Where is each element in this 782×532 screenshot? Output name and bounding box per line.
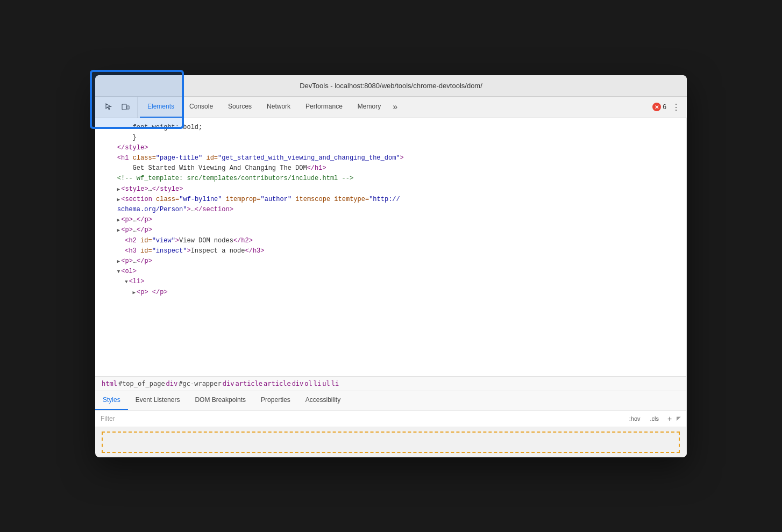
tab-console[interactable]: Console (182, 97, 221, 118)
dom-line: schema.org/Person">…</section> (95, 205, 686, 215)
breadcrumb-item-article1[interactable]: article (235, 380, 262, 387)
dom-line[interactable]: <style>…</style> (95, 184, 686, 195)
dom-line[interactable]: <p>…</p> (95, 256, 686, 267)
devtools-window: DevTools - localhost:8080/web/tools/chro… (95, 75, 687, 457)
breadcrumb-item-top-of-page[interactable]: #top_of_page (118, 380, 165, 387)
dom-line[interactable]: <li> (95, 277, 686, 287)
triangle-down-icon[interactable] (117, 268, 120, 276)
triangle-right-icon[interactable] (117, 227, 120, 234)
dom-line: } (95, 133, 686, 143)
tab-memory[interactable]: Memory (350, 97, 388, 118)
tab-sources[interactable]: Sources (221, 97, 259, 118)
add-style-rule-btn[interactable]: + (665, 414, 674, 423)
main-content: font-weight: bold; } </style> <h1 class=… (95, 118, 687, 457)
breadcrumb-bar: html #top_of_page div #gc-wrapper div ar… (95, 376, 686, 391)
dom-line[interactable]: <p> </p> (95, 287, 686, 298)
tab-network[interactable]: Network (259, 97, 298, 118)
dom-line[interactable]: <p>…</p> (95, 225, 686, 235)
dom-line: </style> (95, 143, 686, 153)
dom-panel[interactable]: font-weight: bold; } </style> <h1 class=… (95, 118, 686, 376)
error-icon: ✕ (652, 103, 661, 111)
triangle-right-icon[interactable] (133, 289, 136, 297)
breadcrumb-item-div2[interactable]: div (223, 380, 234, 387)
blue-highlight-overlay (90, 70, 184, 129)
triangle-right-icon[interactable] (117, 217, 120, 224)
breadcrumb-item-div3[interactable]: div (292, 380, 304, 387)
filter-buttons: :hov .cls + ◤ (625, 414, 681, 423)
dom-line[interactable]: <p>…</p> (95, 215, 686, 225)
bottom-tabs: Styles Event Listeners DOM Breakpoints P… (95, 391, 686, 411)
breadcrumb-item-article2[interactable]: article (264, 380, 291, 387)
styles-content (95, 427, 686, 457)
window-title: DevTools - localhost:8080/web/tools/chro… (300, 82, 482, 90)
triangle-right-icon[interactable] (117, 196, 120, 204)
tab-overflow-btn[interactable]: » (388, 97, 402, 118)
triangle-right-icon[interactable] (117, 186, 120, 193)
filter-corner-icon: ◤ (677, 415, 681, 421)
error-count: 6 (663, 103, 666, 111)
dom-line[interactable]: <section class="wf-byline" itemprop="aut… (95, 195, 686, 205)
dom-line[interactable]: <ol> (95, 267, 686, 277)
filter-input[interactable] (101, 415, 621, 422)
dom-line: <h3 id="inspect">Inspect a node</h3> (95, 246, 686, 256)
filter-bar: :hov .cls + ◤ (95, 411, 686, 427)
hov-button[interactable]: :hov (625, 414, 644, 423)
dashed-border-box (102, 432, 680, 453)
breadcrumb-item-gc-wrapper[interactable]: #gc-wrapper (179, 380, 221, 387)
cls-button[interactable]: .cls (646, 414, 663, 423)
dom-line: Get Started With Viewing And Changing Th… (95, 163, 686, 174)
left-panel: font-weight: bold; } </style> <h1 class=… (95, 118, 687, 457)
title-bar: DevTools - localhost:8080/web/tools/chro… (95, 75, 687, 97)
tab-right-controls: ✕ 6 ⋮ (652, 97, 687, 118)
triangle-down-icon[interactable] (125, 278, 127, 286)
tab-styles[interactable]: Styles (95, 391, 128, 410)
breadcrumb-item-div1[interactable]: div (166, 380, 178, 387)
tab-event-listeners[interactable]: Event Listeners (128, 391, 188, 410)
dom-line: <!-- wf_template: src/templates/contribu… (95, 174, 686, 184)
breadcrumb-item-html[interactable]: html (102, 380, 117, 387)
breadcrumb-item-li1[interactable]: li (314, 380, 321, 387)
triangle-right-icon[interactable] (117, 258, 120, 265)
dom-line: <h2 id="view">View DOM nodes</h2> (95, 236, 686, 246)
tab-properties[interactable]: Properties (253, 391, 298, 410)
error-badge[interactable]: ✕ 6 (652, 103, 666, 111)
breadcrumb-item-ol[interactable]: ol (304, 380, 312, 387)
tab-dom-breakpoints[interactable]: DOM Breakpoints (187, 391, 253, 410)
breadcrumb-item-ul[interactable]: ul (322, 380, 330, 387)
tab-accessibility[interactable]: Accessibility (298, 391, 348, 410)
more-menu-btn[interactable]: ⋮ (670, 100, 683, 113)
tab-bar: Elements Console Sources Network Perform… (95, 97, 687, 118)
breadcrumb-item-li2[interactable]: li (331, 380, 339, 387)
dom-line: <h1 class="page-title" id="get_started_w… (95, 153, 686, 163)
tab-performance[interactable]: Performance (298, 97, 350, 118)
